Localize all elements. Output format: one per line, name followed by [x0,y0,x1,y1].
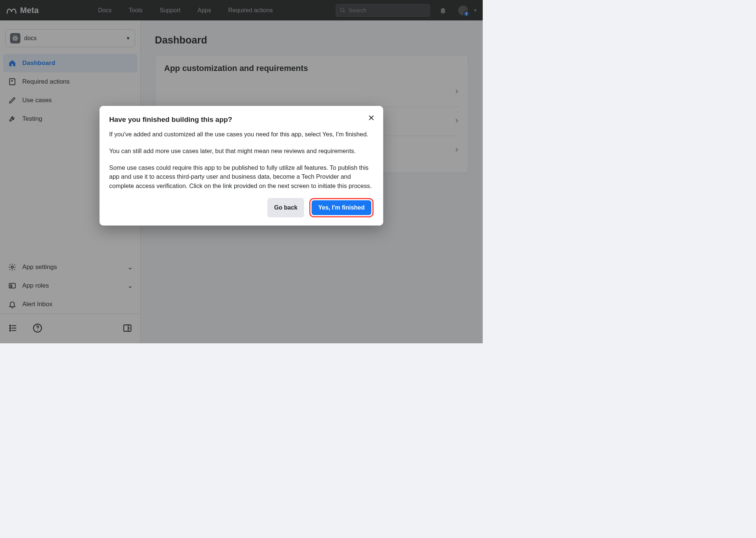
modal-title: Have you finished building this app? [109,116,374,124]
go-back-button[interactable]: Go back [267,198,304,217]
modal-paragraph: You can still add more use cases later, … [109,146,374,156]
modal-paragraph: Some use cases could require this app to… [109,163,374,191]
confirm-modal: Have you finished building this app? If … [100,106,383,226]
close-button[interactable] [368,114,375,123]
modal-paragraph: If you've added and customized all the u… [109,130,374,139]
primary-highlight: Yes, I'm finished [309,198,374,217]
yes-finished-button[interactable]: Yes, I'm finished [312,200,371,215]
